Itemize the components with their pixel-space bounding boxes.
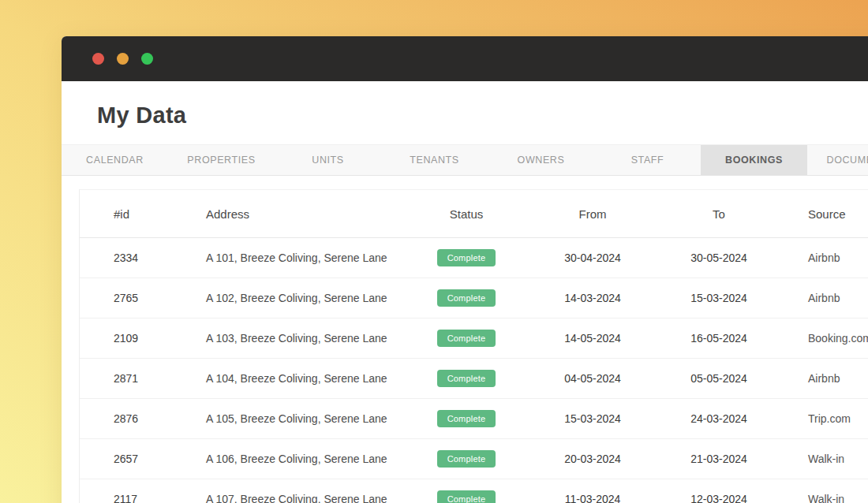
cell-id: 2334 — [80, 251, 206, 264]
page-title: My Data — [97, 102, 868, 129]
cell-id: 2876 — [80, 412, 206, 425]
cell-address: A 104, Breeze Coliving, Serene Lane — [206, 372, 403, 385]
table-row: 2871A 104, Breeze Coliving, Serene LaneC… — [80, 359, 868, 399]
cell-status: Complete — [403, 370, 529, 387]
cell-source: Walk-in — [782, 453, 868, 465]
app-window: My Data CALENDARPROPERTIESUNITSTENANTSOW… — [62, 36, 868, 503]
tab-staff[interactable]: STAFF — [594, 145, 701, 175]
column-header: To — [656, 207, 782, 221]
cell-from: 04-05-2024 — [529, 372, 656, 385]
tab-calendar[interactable]: CALENDAR — [62, 145, 168, 175]
cell-source: Walk-in — [782, 493, 868, 503]
tab-owners[interactable]: OWNERS — [488, 145, 594, 175]
tab-bookings[interactable]: BOOKINGS — [701, 145, 807, 175]
tab-bar: CALENDARPROPERTIESUNITSTENANTSOWNERSSTAF… — [62, 144, 868, 176]
cell-from: 20-03-2024 — [529, 453, 656, 465]
column-header: Source — [782, 207, 868, 221]
cell-status: Complete — [403, 450, 529, 468]
cell-status: Complete — [403, 330, 529, 347]
cell-source: Booking.com — [782, 332, 868, 345]
cell-address: A 103, Breeze Coliving, Serene Lane — [206, 332, 403, 345]
cell-from: 30-04-2024 — [529, 251, 656, 264]
cell-id: 2117 — [80, 493, 206, 503]
cell-status: Complete — [403, 289, 529, 307]
cell-status: Complete — [403, 410, 529, 427]
cell-address: A 102, Breeze Coliving, Serene Lane — [206, 292, 403, 304]
table-header: #idAddressStatusFromToSource — [80, 190, 868, 238]
maximize-button-icon[interactable] — [141, 53, 153, 65]
table-row: 2117A 107, Breeze Coliving, Serene LaneC… — [80, 479, 868, 503]
column-header: #id — [80, 207, 206, 221]
cell-status: Complete — [403, 490, 529, 503]
column-header: Status — [403, 207, 529, 221]
table-body: 2334A 101, Breeze Coliving, Serene LaneC… — [80, 238, 868, 503]
cell-to: 05-05-2024 — [656, 372, 782, 385]
window-titlebar — [62, 36, 868, 81]
cell-from: 14-05-2024 — [529, 332, 656, 345]
cell-source: Airbnb — [782, 292, 868, 304]
status-badge: Complete — [437, 330, 496, 347]
cell-to: 24-03-2024 — [656, 412, 782, 425]
cell-from: 14-03-2024 — [529, 292, 656, 304]
cell-to: 16-05-2024 — [656, 332, 782, 345]
tab-units[interactable]: UNITS — [275, 145, 381, 175]
table-row: 2109A 103, Breeze Coliving, Serene LaneC… — [80, 319, 868, 359]
cell-address: A 105, Breeze Coliving, Serene Lane — [206, 412, 403, 425]
cell-to: 12-03-2024 — [656, 493, 782, 503]
cell-id: 2109 — [80, 332, 206, 345]
table-row: 2765A 102, Breeze Coliving, Serene LaneC… — [80, 278, 868, 319]
cell-address: A 106, Breeze Coliving, Serene Lane — [206, 453, 403, 465]
status-badge: Complete — [437, 410, 496, 427]
cell-from: 15-03-2024 — [529, 412, 656, 425]
bookings-table: #idAddressStatusFromToSource 2334A 101, … — [79, 189, 868, 503]
tab-documents[interactable]: DOCUMENTS — [807, 145, 868, 175]
cell-to: 21-03-2024 — [656, 453, 782, 465]
cell-address: A 101, Breeze Coliving, Serene Lane — [206, 251, 403, 264]
table-row: 2657A 106, Breeze Coliving, Serene LaneC… — [80, 439, 868, 479]
cell-source: Airbnb — [782, 372, 868, 385]
cell-from: 11-03-2024 — [529, 493, 656, 503]
cell-address: A 107, Breeze Coliving, Serene Lane — [206, 493, 403, 503]
column-header: Address — [206, 207, 403, 221]
cell-status: Complete — [403, 249, 529, 266]
cell-to: 15-03-2024 — [656, 292, 782, 304]
cell-id: 2871 — [80, 372, 206, 385]
cell-source: Airbnb — [782, 251, 868, 264]
minimize-button-icon[interactable] — [117, 53, 129, 65]
window-content: My Data CALENDARPROPERTIESUNITSTENANTSOW… — [62, 102, 868, 503]
status-badge: Complete — [437, 490, 496, 503]
tab-properties[interactable]: PROPERTIES — [168, 145, 275, 175]
table-row: 2334A 101, Breeze Coliving, Serene LaneC… — [80, 238, 868, 278]
cell-to: 30-05-2024 — [656, 251, 782, 264]
cell-id: 2657 — [80, 453, 206, 465]
table-row: 2876A 105, Breeze Coliving, Serene LaneC… — [80, 399, 868, 439]
status-badge: Complete — [437, 450, 496, 468]
status-badge: Complete — [437, 289, 496, 307]
status-badge: Complete — [437, 370, 496, 387]
cell-source: Trip.com — [782, 412, 868, 425]
close-button-icon[interactable] — [92, 53, 104, 65]
cell-id: 2765 — [80, 292, 206, 304]
tab-tenants[interactable]: TENANTS — [381, 145, 488, 175]
column-header: From — [529, 207, 656, 221]
status-badge: Complete — [437, 249, 496, 266]
